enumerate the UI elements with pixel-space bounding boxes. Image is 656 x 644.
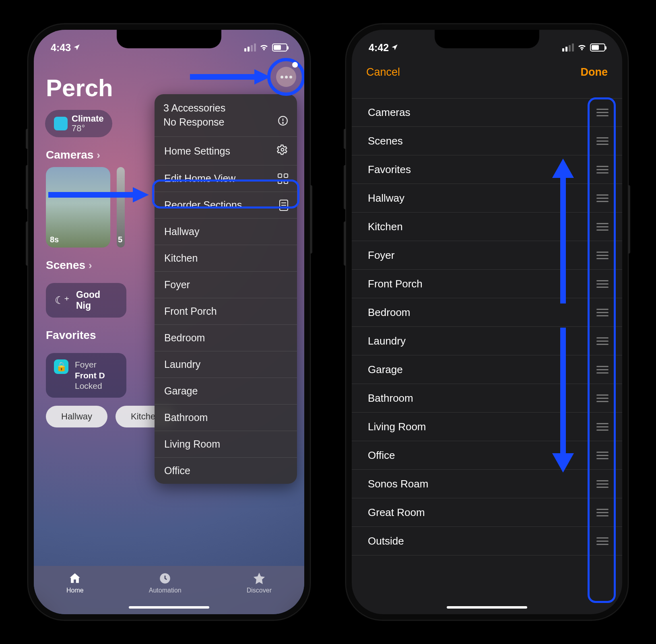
annotation-arrow bbox=[186, 67, 270, 87]
favorite-name: Front D bbox=[75, 370, 105, 381]
reorder-row[interactable]: Scenes bbox=[352, 127, 622, 155]
menu-reorder-sections[interactable]: Reorder Sections bbox=[155, 192, 297, 219]
camera-tile-2[interactable]: 5 bbox=[117, 167, 125, 248]
menu-room[interactable]: Hallway bbox=[155, 219, 297, 245]
reorder-row[interactable]: Sonos Roam bbox=[352, 470, 622, 498]
reorder-row-label: Hallway bbox=[368, 192, 404, 204]
menu-room-label: Laundry bbox=[164, 359, 200, 370]
drag-handle-icon[interactable] bbox=[595, 506, 610, 519]
menu-room-label: Hallway bbox=[164, 226, 200, 237]
menu-room[interactable]: Garage bbox=[155, 378, 297, 405]
cellular-icon bbox=[244, 43, 256, 52]
camera-tile-ts: 5 bbox=[118, 235, 122, 244]
drag-handle-icon[interactable] bbox=[595, 392, 610, 405]
reorder-row[interactable]: Favorites bbox=[352, 155, 622, 184]
warning-icon bbox=[278, 116, 288, 128]
drag-handle-icon[interactable] bbox=[595, 221, 610, 233]
menu-room-label: Living Room bbox=[164, 438, 220, 450]
annotation-arrow bbox=[44, 185, 149, 205]
reorder-row[interactable]: Outside bbox=[352, 527, 622, 555]
reorder-row[interactable]: Garage bbox=[352, 355, 622, 384]
phone-left: 4:43 Perch Climate 78° bbox=[28, 24, 310, 620]
menu-edit-home-view[interactable]: Edit Home View bbox=[155, 165, 297, 192]
reorder-row[interactable]: Front Porch bbox=[352, 270, 622, 298]
drag-handle-icon[interactable] bbox=[595, 192, 610, 204]
wifi-icon bbox=[259, 42, 269, 54]
menu-room[interactable]: Office bbox=[155, 458, 297, 484]
drag-handle-icon[interactable] bbox=[595, 163, 610, 176]
menu-home-settings-label: Home Settings bbox=[164, 145, 230, 157]
camera-tile-ts: 8s bbox=[50, 235, 59, 244]
menu-reorder-sections-label: Reorder Sections bbox=[164, 199, 242, 211]
menu-room[interactable]: Bathroom bbox=[155, 405, 297, 431]
menu-accessories-status[interactable]: 3 Accessories No Response bbox=[155, 94, 297, 137]
silent-switch bbox=[344, 129, 346, 149]
drag-handle-icon[interactable] bbox=[595, 306, 610, 319]
reorder-row[interactable]: Great Room bbox=[352, 498, 622, 527]
battery-icon bbox=[272, 43, 287, 52]
reorder-row[interactable]: Foyer bbox=[352, 241, 622, 270]
tab-home[interactable]: Home bbox=[66, 572, 84, 594]
drag-handle-icon[interactable] bbox=[595, 449, 610, 462]
reorder-row-label: Living Room bbox=[368, 421, 426, 433]
lock-icon: 🔒 bbox=[54, 359, 68, 374]
svg-marker-12 bbox=[552, 453, 574, 473]
climate-chip[interactable]: Climate 78° bbox=[45, 110, 112, 137]
done-button[interactable]: Done bbox=[581, 66, 608, 78]
menu-room-label: Front Porch bbox=[164, 305, 217, 317]
home-menu: 3 Accessories No Response Home Settings … bbox=[155, 94, 297, 484]
menu-room[interactable]: Living Room bbox=[155, 431, 297, 458]
svg-point-2 bbox=[283, 122, 283, 123]
reorder-row[interactable]: Bedroom bbox=[352, 298, 622, 327]
camera-tile-1[interactable]: 8s bbox=[46, 167, 110, 248]
drag-handle-icon[interactable] bbox=[595, 106, 610, 119]
scene-tile[interactable]: ☾⁺ Good Nig bbox=[46, 283, 126, 318]
power-button bbox=[310, 185, 312, 254]
menu-room[interactable]: Front Porch bbox=[155, 298, 297, 325]
reorder-row[interactable]: Office bbox=[352, 441, 622, 470]
clock-icon bbox=[158, 572, 172, 585]
reorder-row[interactable]: Hallway bbox=[352, 184, 622, 213]
reorder-row-label: Front Porch bbox=[368, 278, 423, 290]
drag-handle-icon[interactable] bbox=[595, 535, 610, 547]
drag-handle-icon[interactable] bbox=[595, 478, 610, 490]
phone-right: 4:42 Cancel Done CamerasScenesFavoritesH… bbox=[346, 24, 628, 620]
menu-room-label: Office bbox=[164, 465, 190, 477]
reorder-row[interactable]: Cameras bbox=[352, 98, 622, 127]
more-button[interactable] bbox=[276, 67, 296, 87]
menu-room[interactable]: Foyer bbox=[155, 272, 297, 298]
menu-room-label: Bathroom bbox=[164, 412, 208, 423]
drag-handle-icon[interactable] bbox=[595, 249, 610, 262]
favorite-state: Locked bbox=[75, 381, 105, 391]
reorder-row[interactable]: Kitchen bbox=[352, 213, 622, 241]
reorder-row[interactable]: Bathroom bbox=[352, 384, 622, 413]
reorder-row-label: Laundry bbox=[368, 335, 406, 347]
drag-handle-icon[interactable] bbox=[595, 335, 610, 347]
cancel-button[interactable]: Cancel bbox=[366, 66, 400, 78]
reorder-row[interactable]: Living Room bbox=[352, 413, 622, 441]
menu-home-settings[interactable]: Home Settings bbox=[155, 137, 297, 165]
home-indicator[interactable] bbox=[129, 606, 209, 609]
climate-label: Climate bbox=[72, 114, 103, 124]
svg-point-3 bbox=[281, 149, 284, 151]
room-chip[interactable]: Hallway bbox=[46, 406, 107, 427]
status-bar: 4:43 bbox=[34, 30, 304, 58]
tab-discover[interactable]: Discover bbox=[247, 572, 272, 594]
drag-handle-icon[interactable] bbox=[595, 278, 610, 290]
drag-handle-icon[interactable] bbox=[595, 421, 610, 433]
home-indicator[interactable] bbox=[447, 606, 527, 609]
reorder-row-label: Foyer bbox=[368, 249, 394, 262]
tab-automation[interactable]: Automation bbox=[149, 572, 182, 594]
cellular-icon bbox=[562, 43, 574, 52]
favorite-tile[interactable]: 🔒 Foyer Front D Locked bbox=[46, 353, 126, 398]
reorder-row-label: Garage bbox=[368, 363, 403, 376]
battery-icon bbox=[590, 43, 605, 52]
menu-room[interactable]: Laundry bbox=[155, 351, 297, 378]
menu-room[interactable]: Kitchen bbox=[155, 245, 297, 272]
reorder-row-label: Sonos Roam bbox=[368, 478, 428, 490]
menu-room[interactable]: Bedroom bbox=[155, 325, 297, 351]
reorder-row[interactable]: Laundry bbox=[352, 327, 622, 355]
drag-handle-icon[interactable] bbox=[595, 135, 610, 147]
drag-handle-icon[interactable] bbox=[595, 363, 610, 376]
house-icon bbox=[68, 572, 82, 585]
